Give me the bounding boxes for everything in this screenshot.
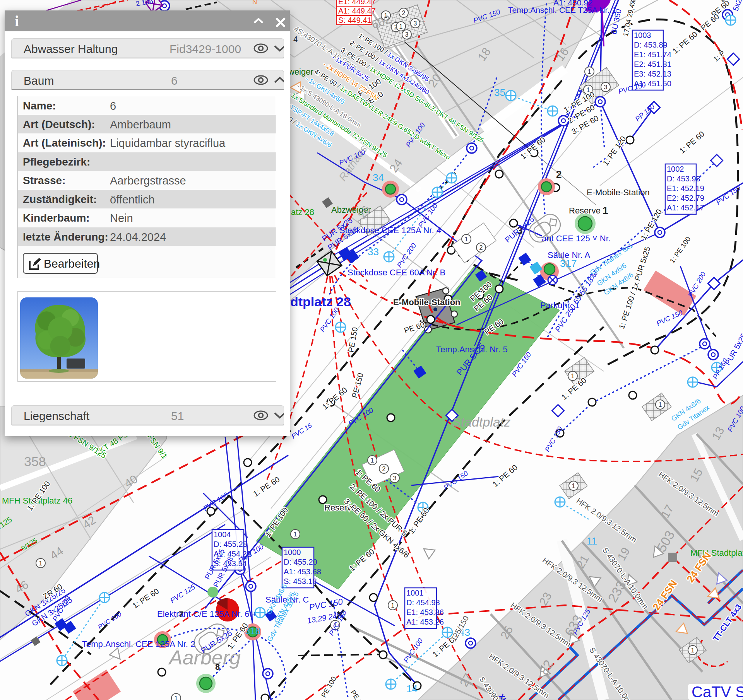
svg-text:1000: 1000: [284, 548, 301, 557]
svg-text:A1: 452.17: A1: 452.17: [667, 203, 704, 212]
svg-text:A1: 449.47: A1: 449.47: [338, 7, 376, 15]
svg-text:1: 1: [371, 457, 374, 464]
svg-text:35: 35: [494, 87, 505, 98]
svg-text:E1: 453.36: E1: 453.36: [406, 608, 444, 616]
svg-text:Stadtplatz: Stadtplatz: [452, 415, 510, 429]
svg-text:atz 28: atz 28: [291, 207, 314, 217]
svg-text:8: 8: [215, 662, 220, 672]
svg-text:33: 33: [368, 246, 379, 258]
svg-text:358: 358: [24, 454, 46, 469]
svg-text:E1: 452.19: E1: 452.19: [667, 184, 704, 193]
svg-text:1004: 1004: [214, 530, 231, 539]
svg-text:7: 7: [179, 610, 183, 619]
svg-text:D: 453.89: D: 453.89: [634, 41, 668, 49]
svg-text:1: 1: [294, 531, 297, 538]
svg-text:dtplatz 28: dtplatz 28: [290, 294, 351, 309]
svg-text:2: 2: [402, 10, 406, 16]
svg-text:D: 455.28: D: 455.28: [214, 540, 247, 548]
svg-text:E1: 449.47: E1: 449.47: [338, 0, 376, 6]
svg-text:weiger: weiger: [288, 67, 313, 77]
svg-text:3: 3: [405, 31, 409, 38]
svg-text:1: 1: [399, 23, 403, 30]
svg-text:2: 2: [556, 169, 562, 180]
svg-text:CaTV Stad: CaTV Stad: [692, 683, 743, 700]
svg-text:1: 1: [572, 483, 575, 489]
svg-text:1: 1: [659, 401, 662, 408]
svg-text:S: 449.41: S: 449.41: [338, 16, 372, 24]
svg-text:S: 453.18: S: 453.18: [284, 577, 317, 586]
svg-text:Temp.Anschl. CEE 125A Nr. 2: Temp.Anschl. CEE 125A Nr. 2: [82, 639, 195, 649]
svg-text:1002: 1002: [667, 165, 684, 173]
svg-text:1: 1: [175, 695, 178, 700]
svg-text:1: 1: [691, 647, 695, 654]
svg-text:3: 3: [393, 475, 397, 481]
svg-text:1003: 1003: [634, 31, 651, 39]
svg-text:3: 3: [414, 20, 417, 27]
svg-text:MFH Stadtplatz 19: MFH Stadtplatz 19: [690, 548, 743, 558]
svg-text:34: 34: [373, 172, 384, 183]
svg-text:317: 317: [560, 258, 577, 269]
svg-text:D: 455.20: D: 455.20: [284, 558, 317, 566]
svg-text:Elektrant C/E 125A Nr. 6 +: Elektrant C/E 125A Nr. 6 +: [157, 609, 257, 619]
svg-text:E-Mobile-Station: E-Mobile-Station: [393, 297, 461, 307]
svg-text:D: 454.98: D: 454.98: [406, 598, 440, 607]
svg-text:1: 1: [571, 373, 575, 379]
svg-text:3: 3: [604, 84, 608, 90]
svg-text:2: 2: [479, 244, 483, 251]
svg-text:1001: 1001: [406, 589, 424, 597]
svg-text:Reserve: Reserve: [569, 206, 601, 215]
svg-text:A1: 450.92: A1: 450.92: [553, 0, 593, 7]
svg-text:D: 453.93: D: 453.93: [667, 174, 700, 183]
svg-text:E2: 452.79: E2: 452.79: [667, 194, 704, 202]
svg-text:E2: 451.81: E2: 451.81: [634, 60, 671, 68]
svg-text:4: 4: [293, 35, 298, 43]
svg-text:1: 1: [588, 68, 591, 75]
svg-text:1: 1: [39, 560, 43, 567]
svg-text:E3: 452.13: E3: 452.13: [634, 70, 671, 78]
svg-text:ant CEE 125 ˅ Nr.: ant CEE 125 ˅ Nr.: [542, 234, 611, 243]
svg-text:1: 1: [391, 602, 395, 609]
svg-text:E1: 451.74: E1: 451.74: [634, 50, 671, 59]
svg-text:2: 2: [382, 466, 386, 472]
svg-text:E-Mobile-Station: E-Mobile-Station: [587, 188, 650, 197]
svg-text:1: 1: [465, 236, 468, 242]
svg-text:A1: 453.26: A1: 453.26: [406, 618, 444, 626]
svg-text:Steckdose CEE 60A Nr. B: Steckdose CEE 60A Nr. B: [348, 268, 445, 277]
svg-text:11: 11: [587, 535, 597, 547]
svg-text:N: N: [252, 0, 257, 5]
svg-text:A1: 453.68: A1: 453.68: [284, 567, 321, 576]
svg-text:1: 1: [603, 205, 608, 216]
svg-text:14: 14: [406, 683, 418, 695]
